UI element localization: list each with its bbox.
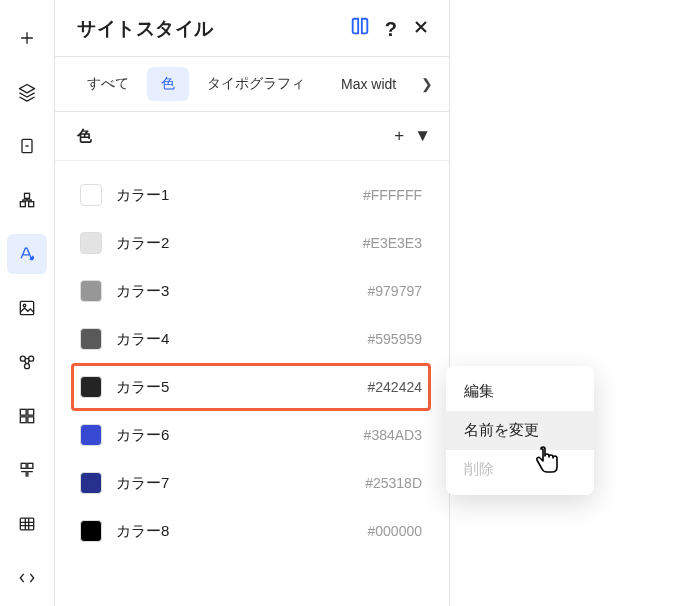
- color-value: #595959: [367, 331, 422, 347]
- svg-rect-4: [20, 301, 33, 314]
- color-swatch: [80, 232, 102, 254]
- collapse-section-icon[interactable]: ▼: [414, 126, 431, 146]
- svg-rect-13: [21, 463, 26, 468]
- color-swatch: [80, 328, 102, 350]
- rail-code[interactable]: [7, 558, 47, 598]
- filter-all[interactable]: すべて: [73, 67, 143, 101]
- svg-point-8: [25, 364, 30, 369]
- section-color-label: 色: [77, 127, 384, 146]
- rail-data[interactable]: [7, 504, 47, 544]
- filter-typography[interactable]: タイポグラフィ: [193, 67, 319, 101]
- book-icon[interactable]: [349, 16, 371, 42]
- filter-color[interactable]: 色: [147, 67, 189, 101]
- color-value: #979797: [367, 283, 422, 299]
- color-row[interactable]: カラー3#979797: [71, 267, 431, 315]
- filter-maxwidth[interactable]: Max widt: [327, 68, 410, 100]
- color-row[interactable]: カラー2#E3E3E3: [71, 219, 431, 267]
- color-row[interactable]: カラー7#25318D: [71, 459, 431, 507]
- help-icon[interactable]: ?: [385, 18, 397, 41]
- rail-layers[interactable]: [7, 72, 47, 112]
- rail-apps[interactable]: [7, 396, 47, 436]
- ctx-edit[interactable]: 編集: [446, 372, 594, 411]
- rail-settings[interactable]: [7, 450, 47, 490]
- color-swatch: [80, 424, 102, 446]
- svg-rect-14: [28, 463, 33, 468]
- color-name: カラー3: [116, 282, 353, 301]
- close-icon[interactable]: [411, 17, 431, 41]
- panel-title: サイトスタイル: [77, 16, 214, 42]
- rail-media[interactable]: [7, 288, 47, 328]
- color-row[interactable]: カラー5#242424: [71, 363, 431, 411]
- color-name: カラー8: [116, 522, 353, 541]
- rail-styles[interactable]: [7, 234, 47, 274]
- svg-rect-2: [20, 202, 25, 207]
- rail-integrations[interactable]: [7, 342, 47, 382]
- svg-rect-3: [29, 202, 34, 207]
- color-name: カラー7: [116, 474, 351, 493]
- filters-scroll-right[interactable]: ❯: [421, 76, 433, 92]
- add-color-icon[interactable]: +: [394, 126, 404, 146]
- svg-point-5: [23, 304, 26, 307]
- color-swatch: [80, 520, 102, 542]
- svg-rect-15: [20, 518, 33, 530]
- color-name: カラー2: [116, 234, 349, 253]
- color-name: カラー1: [116, 186, 349, 205]
- ctx-rename[interactable]: 名前を変更: [446, 411, 594, 450]
- color-swatch: [80, 376, 102, 398]
- color-name: カラー6: [116, 426, 350, 445]
- color-swatch: [80, 184, 102, 206]
- color-row[interactable]: カラー4#595959: [71, 315, 431, 363]
- color-value: #25318D: [365, 475, 422, 491]
- rail-pages[interactable]: [7, 126, 47, 166]
- svg-rect-10: [28, 409, 34, 415]
- color-name: カラー4: [116, 330, 353, 349]
- color-value: #FFFFFF: [363, 187, 422, 203]
- svg-rect-11: [20, 417, 26, 423]
- svg-rect-1: [25, 193, 30, 198]
- color-name: カラー5: [116, 378, 353, 397]
- context-menu: 編集 名前を変更 削除: [446, 366, 594, 495]
- color-swatch: [80, 472, 102, 494]
- color-row[interactable]: カラー6#384AD3: [71, 411, 431, 459]
- color-row[interactable]: カラー1#FFFFFF: [71, 171, 431, 219]
- color-row[interactable]: カラー8#000000: [71, 507, 431, 555]
- ctx-delete: 削除: [446, 450, 594, 489]
- rail-navigation[interactable]: [7, 180, 47, 220]
- color-value: #000000: [367, 523, 422, 539]
- color-value: #242424: [367, 379, 422, 395]
- color-value: #384AD3: [364, 427, 422, 443]
- color-swatch: [80, 280, 102, 302]
- rail-add[interactable]: [7, 18, 47, 58]
- svg-rect-12: [28, 417, 34, 423]
- svg-rect-9: [20, 409, 26, 415]
- color-value: #E3E3E3: [363, 235, 422, 251]
